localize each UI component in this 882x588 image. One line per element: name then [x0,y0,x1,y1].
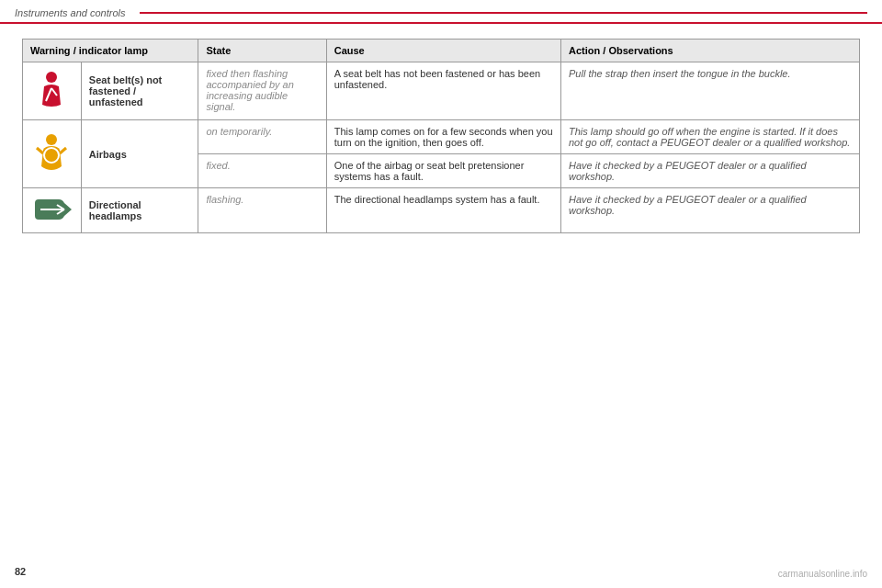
state-text: fixed. [206,160,230,171]
state-text: fixed then flashing accompanied by an in… [206,68,293,112]
icon-cell-seatbelt [23,62,82,120]
warning-name-headlamp: Directional headlamps [81,188,198,233]
cause-airbag-1: This lamp comes on for a few seconds whe… [326,120,560,154]
action-text: Have it checked by a PEUGEOT dealer or a… [569,194,807,216]
table-row: Seat belt(s) not fastened / unfastened f… [23,62,860,120]
state-seatbelt: fixed then flashing accompanied by an in… [198,62,326,120]
cause-text: The directional headlamps system has a f… [334,194,540,205]
icon-cell-airbag [23,120,82,188]
svg-point-3 [46,134,57,145]
svg-line-4 [37,148,43,153]
col-header-state: State [198,40,326,62]
cause-text: One of the airbag or seat belt pretensio… [334,160,525,182]
state-text: on temporarily. [206,126,272,137]
state-airbag-2: fixed. [198,154,326,188]
cause-seatbelt: A seat belt has not been fastened or has… [326,62,560,120]
col-header-cause: Cause [326,40,560,62]
icon-cell-headlamp [23,188,82,233]
header-title: Instruments and controls [15,7,125,18]
col-header-action: Action / Observations [561,40,860,62]
header-line [140,12,867,14]
action-seatbelt: Pull the strap then insert the tongue in… [561,62,860,120]
page-header: Instruments and controls [0,0,882,24]
warning-name-airbag: Airbags [81,120,198,188]
col-header-warning: Warning / indicator lamp [23,40,198,62]
state-headlamp: flashing. [198,188,326,233]
table-row: Airbags on temporarily. This lamp comes … [23,120,860,154]
action-text: This lamp should go off when the engine … [569,126,850,148]
action-airbag-2: Have it checked by a PEUGEOT dealer or a… [561,154,860,188]
content: Warning / indicator lamp State Cause Act… [0,24,882,248]
action-headlamp: Have it checked by a PEUGEOT dealer or a… [561,188,860,233]
state-airbag-1: on temporarily. [198,120,326,154]
headlamp-icon [31,196,72,223]
warning-table: Warning / indicator lamp State Cause Act… [22,39,860,233]
action-text: Have it checked by a PEUGEOT dealer or a… [569,160,807,182]
page-number: 82 [15,566,26,577]
table-row: Directional headlamps flashing. The dire… [23,188,860,233]
cause-text: A seat belt has not been fastened or has… [334,68,540,90]
cause-airbag-2: One of the airbag or seat belt pretensio… [326,154,560,188]
watermark: carmanualsonline.info [778,569,867,579]
cause-text: This lamp comes on for a few seconds whe… [334,126,553,148]
state-text: flashing. [206,194,243,205]
svg-line-5 [60,148,66,153]
svg-point-0 [46,72,57,83]
cause-headlamp: The directional headlamps system has a f… [326,188,560,233]
action-text: Pull the strap then insert the tongue in… [569,68,791,79]
seatbelt-icon [35,70,68,110]
warning-name-seatbelt: Seat belt(s) not fastened / unfastened [81,62,198,120]
action-airbag-1: This lamp should go off when the engine … [561,120,860,154]
airbag-icon [34,133,69,174]
